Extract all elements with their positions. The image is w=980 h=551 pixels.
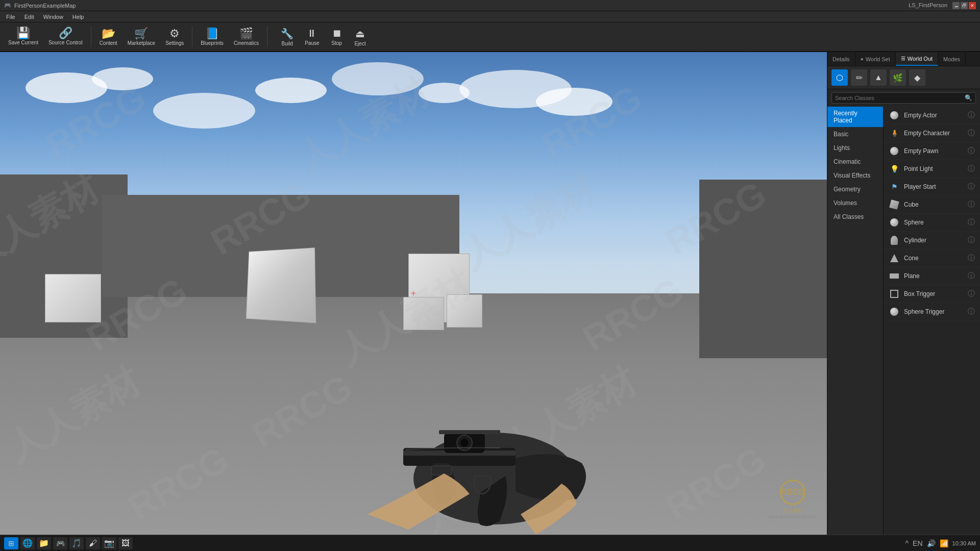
taskbar: ⊞ 🌐 📁 🎮 🎵 🖌 📷 🖼 ^ EN 🔊 📶 10:30 AM [0,535,980,551]
class-name-cone: Cone [904,255,964,262]
taskbar-time: 10:30 AM [952,540,976,546]
settings-button[interactable]: ⚙ Settings [161,26,188,48]
source-control-button[interactable]: 🔗 Source Control [44,26,87,48]
toolbar-separator-2 [192,27,192,47]
empty-actor-icon [889,110,900,121]
class-info-empty-actor[interactable]: ⓘ [968,111,975,120]
class-info-cube[interactable]: ⓘ [968,200,975,209]
menu-bar: File Edit Window Help [0,11,980,22]
class-item-cube[interactable]: Cube ⓘ [884,196,980,214]
taskbar-spotify[interactable]: 🎵 [69,537,84,549]
tab-modes[interactable]: Modes [938,52,966,66]
class-info-point-light[interactable]: ⓘ [968,164,975,173]
menu-file[interactable]: File [2,13,19,21]
taskbar-ue4[interactable]: 🎮 [53,537,67,549]
category-recently-placed[interactable]: Recently Placed [827,107,883,128]
taskbar-ps[interactable]: 🖌 [86,537,100,549]
category-all-classes[interactable]: All Classes [827,210,883,224]
class-info-plane[interactable]: ⓘ [968,271,975,281]
menu-window[interactable]: Window [39,13,67,21]
svg-rect-7 [439,430,500,434]
build-button[interactable]: 🔧 Build [276,26,299,48]
settings-icon: ⚙ [169,28,180,39]
category-lights[interactable]: Lights [827,141,883,155]
close-button[interactable]: ✕ [969,2,976,9]
toolbar-separator-1 [91,27,91,47]
eject-button[interactable]: ⏏ Eject [349,26,372,48]
cube-small-left [45,274,101,322]
cone-icon [889,253,900,264]
stop-button[interactable]: ⏹ Stop [326,26,348,48]
taskbar-network[interactable]: 📶 [940,539,948,547]
cube-right-small1 [403,297,444,330]
class-item-player-start[interactable]: ⚑ Player Start ⓘ [884,178,980,196]
class-item-cone[interactable]: Cone ⓘ [884,249,980,267]
class-name-plane: Plane [904,272,964,280]
point-light-icon: 💡 [889,163,900,174]
taskbar-app6[interactable]: 📷 [102,537,116,549]
mode-foliage[interactable]: 🌿 [890,69,906,86]
class-item-box-trigger[interactable]: Box Trigger ⓘ [884,285,980,303]
category-cinematic[interactable]: Cinematic [827,155,883,169]
minimize-button[interactable]: 🗕 [952,2,960,9]
class-info-player-start[interactable]: ⓘ [968,182,975,191]
mode-paint[interactable]: ✏ [851,69,867,86]
taskbar-volume[interactable]: 🔊 [927,539,936,547]
start-button[interactable]: ⊞ [4,537,18,549]
scene: + RRCG 人人素材 RRCG 人人素材 RRCG 人人素材 RRCG RRC… [0,52,827,535]
class-item-empty-character[interactable]: 🧍 Empty Character ⓘ [884,124,980,142]
mode-landscape[interactable]: ▲ [870,69,887,86]
menu-edit[interactable]: Edit [20,13,38,21]
stop-icon: ⏹ [332,28,342,39]
taskbar-lang[interactable]: EN [913,539,922,547]
class-item-empty-actor[interactable]: Empty Actor ⓘ [884,107,980,124]
save-current-button[interactable]: 💾 Save Current [4,26,42,48]
sphere-trigger-icon [889,306,900,317]
class-info-cylinder[interactable]: ⓘ [968,236,975,245]
maximize-button[interactable]: 🗗 [961,2,968,9]
menu-help[interactable]: Help [68,13,88,21]
toolbar-separator-3 [267,27,267,47]
category-visual-effects[interactable]: Visual Effects [827,169,883,183]
class-item-sphere[interactable]: Sphere ⓘ [884,214,980,232]
class-item-plane[interactable]: Plane ⓘ [884,267,980,285]
mode-place[interactable]: ⬡ [831,69,848,86]
marketplace-button[interactable]: 🛒 Marketplace [124,26,159,48]
blueprints-button[interactable]: 📘 Blueprints [197,26,227,48]
tab-details[interactable]: Details [827,52,855,66]
rrcg-logo: RRCG 人人素材 www.learnsquared.com [769,480,817,519]
mode-geometry[interactable]: ◆ [909,69,925,86]
class-info-cone[interactable]: ⓘ [968,254,975,263]
class-item-empty-pawn[interactable]: Empty Pawn ⓘ [884,142,980,160]
class-info-sphere[interactable]: ⓘ [968,218,975,227]
tab-world-out[interactable]: ☰ World Out [896,52,938,66]
cinematics-button[interactable]: 🎬 Cinematics [230,26,263,48]
search-input[interactable] [835,95,965,101]
build-icon: 🔧 [281,28,293,40]
class-info-empty-character[interactable]: ⓘ [968,129,975,138]
content-button[interactable]: 📂 Content [95,26,121,48]
class-item-sphere-trigger[interactable]: Sphere Trigger ⓘ [884,303,980,321]
class-item-cylinder[interactable]: Cylinder ⓘ [884,232,980,249]
category-basic[interactable]: Basic [827,128,883,141]
class-info-box-trigger[interactable]: ⓘ [968,289,975,298]
class-item-point-light[interactable]: 💡 Point Light ⓘ [884,160,980,178]
svg-rect-8 [431,466,452,475]
gun-weapon [368,371,597,535]
taskbar-chevron[interactable]: ^ [905,539,909,547]
class-info-sphere-trigger[interactable]: ⓘ [968,307,975,316]
search-bar[interactable]: 🔍 [831,92,976,104]
cube-icon [889,199,900,210]
category-geometry[interactable]: Geometry [827,183,883,196]
viewport[interactable]: + RRCG 人人素材 RRCG 人人素材 RRCG 人人素材 RRCG RRC… [0,52,827,535]
tab-world-set[interactable]: ● World Set [855,52,896,66]
category-volumes[interactable]: Volumes [827,196,883,210]
taskbar-right: ^ EN 🔊 📶 10:30 AM [905,539,976,547]
taskbar-app7[interactable]: 🖼 [118,537,133,549]
back-wall-right [699,180,827,358]
play-group: 🔧 Build ⏸ Pause ⏹ Stop ⏏ Eject [276,26,371,48]
pause-button[interactable]: ⏸ Pause [300,26,324,48]
taskbar-browser[interactable]: 🌐 [20,537,35,549]
class-info-empty-pawn[interactable]: ⓘ [968,146,975,156]
taskbar-explorer[interactable]: 📁 [37,537,51,549]
